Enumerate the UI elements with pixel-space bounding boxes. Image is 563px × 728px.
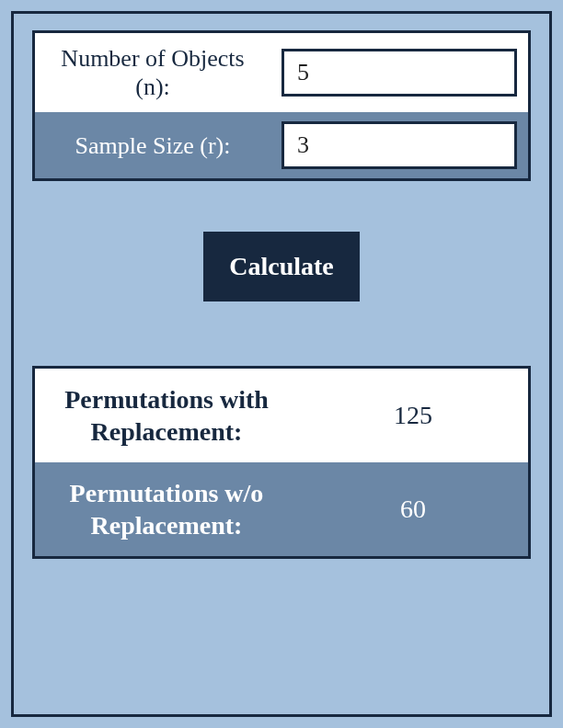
calculate-area: Calculate xyxy=(32,232,531,301)
with-replacement-label: Permutations with Replacement: xyxy=(35,369,298,462)
results-table: Permutations with Replacement: 125 Permu… xyxy=(32,366,531,559)
r-input[interactable] xyxy=(282,121,517,169)
with-replacement-value: 125 xyxy=(298,369,528,462)
calculate-button[interactable]: Calculate xyxy=(203,232,360,301)
without-replacement-value: 60 xyxy=(298,462,528,556)
n-input[interactable] xyxy=(282,49,517,97)
without-replacement-label: Permutations w/o Replacement: xyxy=(35,462,298,556)
r-label: Sample Size (r): xyxy=(35,112,270,178)
input-row-r: Sample Size (r): xyxy=(35,112,528,178)
result-row-without-replacement: Permutations w/o Replacement: 60 xyxy=(35,462,528,556)
result-row-with-replacement: Permutations with Replacement: 125 xyxy=(35,369,528,462)
n-input-cell xyxy=(270,33,528,112)
calculator-panel: Number of Objects (n): Sample Size (r): … xyxy=(11,11,552,717)
input-row-n: Number of Objects (n): xyxy=(35,33,528,112)
n-label: Number of Objects (n): xyxy=(35,33,270,112)
r-input-cell xyxy=(270,112,528,178)
inputs-table: Number of Objects (n): Sample Size (r): xyxy=(32,30,531,181)
